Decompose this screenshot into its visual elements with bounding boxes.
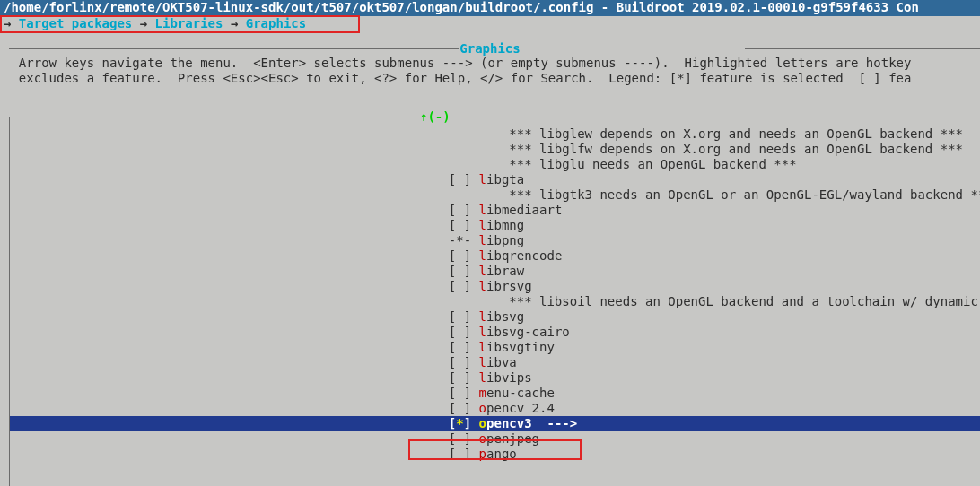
menu-info-line: *** libglfw depends on X.org and needs a…: [10, 142, 980, 157]
help-line: Arrow keys navigate the menu. <Enter> se…: [4, 56, 911, 70]
scroll-up-indicator: ↑(-): [418, 109, 452, 125]
section-frame: Graphics Arrow keys navigate the menu. <…: [0, 41, 980, 86]
menu-item[interactable]: [ ] librsvg: [10, 279, 980, 294]
menu-item[interactable]: [ ] libsvg-cairo: [10, 325, 980, 340]
arrow-right-icon: →: [140, 16, 155, 30]
menu-item[interactable]: [ ] libgta: [10, 172, 980, 187]
section-title: Graphics: [0, 41, 980, 56]
menu-item[interactable]: -*- libpng: [10, 233, 980, 248]
menu-list[interactable]: *** libglew depends on X.org and needs a…: [10, 126, 980, 462]
menu-item[interactable]: [*] opencv3 --->: [10, 416, 980, 431]
menu-content: ↑(-) *** libglew depends on X.org and ne…: [9, 117, 980, 486]
breadcrumb-item: Graphics: [246, 16, 306, 30]
menu-item[interactable]: [ ] libraw: [10, 264, 980, 279]
help-line: excludes a feature. Press <Esc><Esc> to …: [4, 71, 911, 85]
window-titlebar: /home/forlinx/remote/OKT507-linux-sdk/ou…: [0, 0, 980, 16]
menu-info-line: *** libglu needs an OpenGL backend ***: [10, 157, 980, 172]
menu-info-line: *** libsoil needs an OpenGL backend and …: [10, 294, 980, 309]
menu-item[interactable]: [ ] libsvg: [10, 309, 980, 325]
menu-item[interactable]: [ ] libva: [10, 355, 980, 370]
breadcrumb-item: Target packages: [19, 16, 132, 30]
arrow-right-icon: →: [4, 16, 19, 30]
breadcrumb-row: → Target packages → Libraries → Graphics: [0, 16, 980, 32]
menu-item[interactable]: [ ] pango: [10, 447, 980, 462]
menu-item[interactable]: [ ] libmng: [10, 218, 980, 233]
menu-item[interactable]: [ ] libmediaart: [10, 203, 980, 218]
menu-info-line: *** libglew depends on X.org and needs a…: [10, 126, 980, 142]
arrow-right-icon: →: [231, 16, 246, 30]
breadcrumb-item: Libraries: [155, 16, 223, 30]
menu-info-line: *** libgtk3 needs an OpenGL or an OpenGL…: [10, 187, 980, 203]
menu-item[interactable]: [ ] libvips: [10, 370, 980, 386]
menu-item[interactable]: [ ] menu-cache: [10, 386, 980, 401]
menu-item[interactable]: [ ] libsvgtiny: [10, 340, 980, 355]
menu-item[interactable]: [ ] libqrencode: [10, 248, 980, 264]
menu-item[interactable]: [ ] openjpeg: [10, 431, 980, 447]
menu-item[interactable]: [ ] opencv 2.4: [10, 401, 980, 416]
breadcrumb: → Target packages → Libraries → Graphics: [4, 16, 306, 31]
